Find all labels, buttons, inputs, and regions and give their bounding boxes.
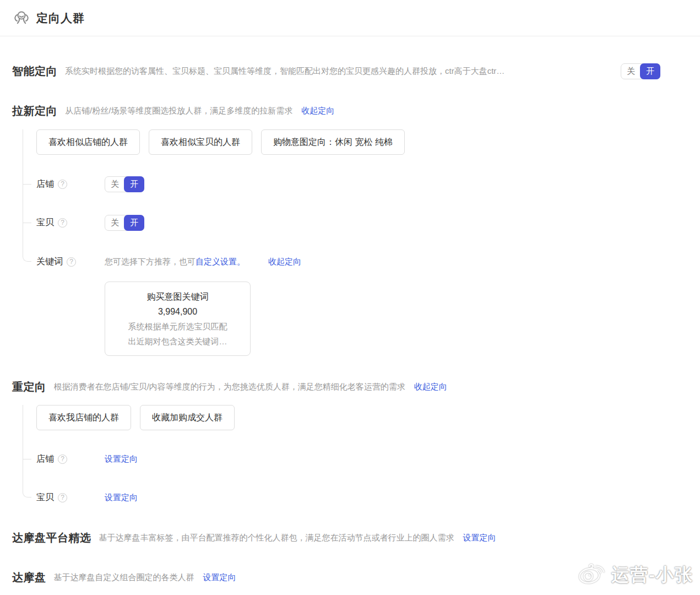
toggle-off-option[interactable]: 关 <box>621 64 641 79</box>
chip-my-shop-audience[interactable]: 喜欢我店铺的人群 <box>36 405 131 430</box>
damopan-set-link[interactable]: 设置定向 <box>203 572 236 583</box>
shop-label: 店铺 <box>36 453 54 465</box>
chip-fav-cart-purchase-audience[interactable]: 收藏加购成交人群 <box>140 405 235 430</box>
custom-setting-link[interactable]: 自定义设置。 <box>196 257 245 267</box>
acquisition-keyword-row: 关键词 ? 您可选择下方推荐，也可自定义设置。 收起定向 <box>36 253 688 270</box>
keyword-card-title: 购买意图关键词 <box>111 289 245 304</box>
item-label: 宝贝 <box>36 217 54 229</box>
keyword-label-col: 关键词 ? <box>36 256 105 268</box>
toggle-on-option[interactable]: 开 <box>640 63 660 79</box>
keyword-card-count: 3,994,900 <box>111 304 245 319</box>
toggle-on-option[interactable]: 开 <box>124 215 144 231</box>
page-header: 定向人群 <box>0 0 700 36</box>
main-content: 智能定向 系统实时根据您的访客属性、宝贝标题、宝贝属性等维度，智能匹配出对您的宝… <box>0 61 700 585</box>
keyword-hint-text: 您可选择下方推荐，也可 <box>105 257 196 267</box>
acquisition-desc: 从店铺/粉丝/场景等维度圈选投放人群，满足多维度的拉新需求 <box>65 106 292 116</box>
chip-similar-item-audience[interactable]: 喜欢相似宝贝的人群 <box>149 129 252 155</box>
smart-targeting-toggle[interactable]: 关 开 <box>621 63 660 79</box>
crowd-icon <box>12 9 31 28</box>
section-smart-targeting: 智能定向 系统实时根据您的访客属性、宝贝标题、宝贝属性等维度，智能匹配出对您的宝… <box>12 61 688 81</box>
acquisition-item-row: 宝贝 ? 关 开 <box>36 214 688 231</box>
retargeting-item-row: 宝贝 ? 设置定向 <box>36 489 688 506</box>
toggle-off-option[interactable]: 关 <box>105 177 124 192</box>
shop-label-col: 店铺 ? <box>36 453 105 465</box>
damopan-platform-set-link[interactable]: 设置定向 <box>463 533 496 543</box>
section-damopan: 达摩盘 基于达摩盘自定义组合圈定的各类人群 设置定向 <box>12 570 688 585</box>
item-label: 宝贝 <box>36 492 54 504</box>
acquisition-collapse-link[interactable]: 收起定向 <box>301 106 334 116</box>
keyword-card-desc-line2: 出近期对包含这类关键词… <box>111 334 245 349</box>
section-damopan-platform: 达摩盘平台精选 基于达摩盘丰富标签，由平台配置推荐的个性化人群包，满足您在活动节… <box>12 530 688 545</box>
keyword-label: 关键词 <box>36 256 63 268</box>
help-icon[interactable]: ? <box>58 455 67 464</box>
damopan-platform-title: 达摩盘平台精选 <box>12 531 91 545</box>
toggle-off-option[interactable]: 关 <box>105 215 124 230</box>
acquisition-shop-toggle[interactable]: 关 开 <box>105 176 144 192</box>
retargeting-shop-set-link[interactable]: 设置定向 <box>105 454 138 464</box>
keyword-card-desc-line1: 系统根据单元所选宝贝匹配 <box>111 319 245 334</box>
retargeting-collapse-link[interactable]: 收起定向 <box>414 382 447 392</box>
page-title: 定向人群 <box>36 10 85 26</box>
item-label-col: 宝贝 ? <box>36 492 105 504</box>
damopan-desc: 基于达摩盘自定义组合圈定的各类人群 <box>54 572 194 583</box>
help-icon[interactable]: ? <box>67 257 76 267</box>
smart-targeting-desc: 系统实时根据您的访客属性、宝贝标题、宝贝属性等维度，智能匹配出对您的宝贝更感兴趣… <box>65 66 504 77</box>
toggle-on-option[interactable]: 开 <box>124 176 144 192</box>
tree-connector-line <box>23 129 31 262</box>
help-icon[interactable]: ? <box>58 180 67 189</box>
item-label-col: 宝贝 ? <box>36 217 105 229</box>
damopan-platform-desc: 基于达摩盘丰富标签，由平台配置推荐的个性化人群包，满足您在活动节点或者行业上的圈… <box>99 533 454 543</box>
retargeting-shop-row: 店铺 ? 设置定向 <box>36 451 688 467</box>
acquisition-shop-row: 店铺 ? 关 开 <box>36 176 688 192</box>
section-acquisition-targeting: 拉新定向 从店铺/粉丝/场景等维度圈选投放人群，满足多维度的拉新需求 收起定向 <box>12 103 688 118</box>
acquisition-title: 拉新定向 <box>12 104 57 118</box>
shop-label-col: 店铺 ? <box>36 178 105 190</box>
damopan-title: 达摩盘 <box>12 570 46 585</box>
shop-label: 店铺 <box>36 178 54 190</box>
retargeting-tree: 喜欢我店铺的人群 收藏加购成交人群 店铺 ? 设置定向 宝贝 ? 设置定向 <box>12 405 688 506</box>
help-icon[interactable]: ? <box>58 218 67 228</box>
smart-targeting-title: 智能定向 <box>12 64 57 79</box>
section-retargeting: 重定向 根据消费者在您店铺/宝贝/内容等维度的行为，为您挑选优质人群，满足您精细… <box>12 379 688 394</box>
acquisition-item-toggle[interactable]: 关 开 <box>105 215 144 231</box>
acquisition-chips: 喜欢相似店铺的人群 喜欢相似宝贝的人群 购物意图定向：休闲 宽松 纯棉 <box>36 129 688 155</box>
help-icon[interactable]: ? <box>58 493 67 502</box>
retargeting-chips: 喜欢我店铺的人群 收藏加购成交人群 <box>36 405 688 430</box>
retargeting-title: 重定向 <box>12 380 46 394</box>
purchase-intent-keyword-card[interactable]: 购买意图关键词 3,994,900 系统根据单元所选宝贝匹配 出近期对包含这类关… <box>105 282 251 356</box>
retargeting-item-set-link[interactable]: 设置定向 <box>105 493 138 503</box>
keyword-collapse-link[interactable]: 收起定向 <box>268 257 301 267</box>
acquisition-tree: 喜欢相似店铺的人群 喜欢相似宝贝的人群 购物意图定向：休闲 宽松 纯棉 店铺 ?… <box>12 129 688 356</box>
retargeting-desc: 根据消费者在您店铺/宝贝/内容等维度的行为，为您挑选优质人群，满足您精细化老客运… <box>54 382 405 392</box>
tree-connector-line <box>23 405 31 497</box>
chip-similar-shop-audience[interactable]: 喜欢相似店铺的人群 <box>36 129 140 155</box>
chip-shopping-intent[interactable]: 购物意图定向：休闲 宽松 纯棉 <box>261 129 405 155</box>
